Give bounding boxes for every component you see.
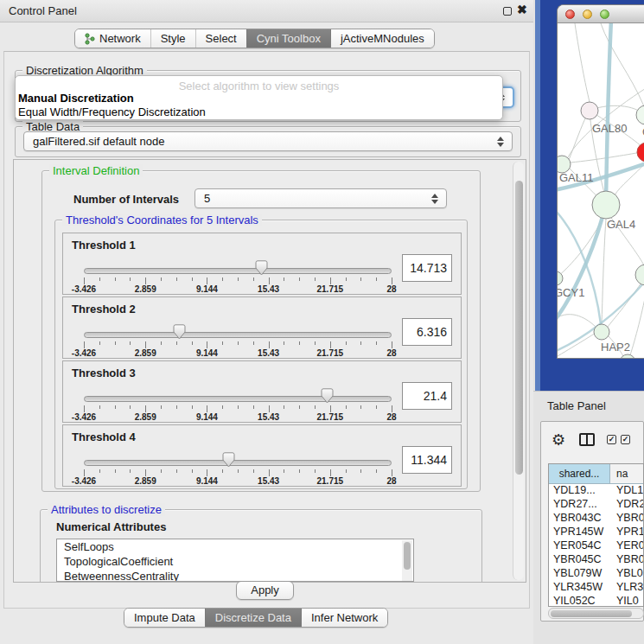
attribute-list-item[interactable]: SelfLoops <box>57 539 413 554</box>
table-row[interactable]: YPR145WYPR1 <box>549 526 643 539</box>
columns-icon[interactable] <box>579 433 595 446</box>
float-window-icon[interactable] <box>503 7 512 16</box>
network-edge[interactable] <box>558 315 596 328</box>
main-vertical-scrollbar[interactable] <box>513 162 524 580</box>
table-horizontal-scrollbar[interactable] <box>548 608 644 619</box>
network-node[interactable] <box>635 265 644 285</box>
table-row[interactable]: YIL052CYIL0 <box>549 595 643 607</box>
algorithm-dropdown-popup: Select algorithm to view settings Manual… <box>15 75 503 120</box>
network-node[interactable] <box>594 324 609 340</box>
gear-icon[interactable]: ⚙ <box>552 432 565 448</box>
table-row[interactable]: YBR045CYBR0 <box>549 553 643 567</box>
network-node[interactable] <box>558 156 571 173</box>
slider-thumb[interactable] <box>173 324 186 340</box>
major-tick <box>269 341 270 348</box>
tab-cyni-toolbox[interactable]: Cyni Toolbox <box>246 29 330 48</box>
threshold-value-field[interactable]: 21.4 <box>402 382 452 410</box>
minor-tick <box>376 469 377 473</box>
slider-track[interactable] <box>84 332 392 338</box>
table-row[interactable]: YBL079WYBL0 <box>549 567 643 581</box>
tab-network[interactable]: Network <box>75 29 150 48</box>
cell-name: YDL1 <box>610 484 643 498</box>
minor-tick <box>299 341 300 345</box>
close-traffic-light-icon[interactable] <box>565 10 575 19</box>
network-node[interactable] <box>558 271 563 285</box>
minimize-traffic-light-icon[interactable] <box>583 10 592 19</box>
thresholds-group-label: Threshold's Coordinates for 5 Intervals <box>62 214 262 226</box>
minor-tick <box>99 341 100 345</box>
interval-definition-label: Interval Definition <box>49 164 143 177</box>
minor-tick <box>376 341 377 345</box>
tab-discretize-data[interactable]: Discretize Data <box>205 609 301 627</box>
attribute-list-item[interactable]: BetweennessCentrality <box>57 569 413 582</box>
minor-tick <box>284 469 284 473</box>
number-of-intervals-combobox[interactable]: 5 <box>194 188 447 208</box>
minor-tick <box>99 277 100 281</box>
close-icon[interactable]: ✖ <box>517 3 527 16</box>
column-header-shared-name[interactable]: shared... <box>549 464 610 483</box>
network-edge[interactable] <box>569 117 586 160</box>
network-node[interactable] <box>592 191 620 219</box>
minor-tick <box>192 405 193 409</box>
slider-thumb[interactable] <box>222 452 235 468</box>
network-node[interactable] <box>636 105 644 124</box>
popup-item-equal-width-frequency[interactable]: Equal Width/Frequency Discretization <box>18 105 206 118</box>
table-row[interactable]: YDR27...YDR2 <box>549 498 643 512</box>
slider-thumb[interactable] <box>255 260 268 276</box>
slider-track[interactable] <box>84 396 392 402</box>
tab-style[interactable]: Style <box>150 29 195 48</box>
network-edge[interactable] <box>575 23 590 102</box>
tick-label: 9.144 <box>196 476 218 486</box>
threshold-value-field[interactable]: 14.713 <box>402 254 452 282</box>
table-row[interactable]: YER054CYER0 <box>549 539 643 553</box>
major-tick <box>269 277 270 284</box>
tick-label: 21.715 <box>317 348 344 358</box>
table-row[interactable]: YLR345WYLR3 <box>549 581 643 595</box>
threshold-label: Threshold 1 <box>72 239 136 252</box>
minor-tick <box>176 469 177 473</box>
network-edge[interactable] <box>602 219 606 324</box>
numerical-attributes-list[interactable]: SelfLoopsTopologicalCoefficientBetweenne… <box>56 539 414 582</box>
network-node[interactable] <box>581 102 598 119</box>
tab-impute-data[interactable]: Impute Data <box>124 609 205 627</box>
slider-track[interactable] <box>84 460 392 466</box>
tab-select[interactable]: Select <box>195 29 246 48</box>
minor-tick <box>376 277 377 281</box>
node-attribute-table: shared... na YDL19...YDL1YDR27...YDR2YBR… <box>548 463 644 607</box>
minor-tick <box>360 277 361 281</box>
tab-jactivemnodules[interactable]: jActiveMNodules <box>330 29 434 48</box>
minor-tick <box>346 405 347 409</box>
checkbox-icon[interactable]: ✓ <box>607 435 616 444</box>
network-node[interactable] <box>637 143 644 162</box>
minor-tick <box>130 469 131 473</box>
apply-button[interactable]: Apply <box>236 581 294 600</box>
attributes-scrollbar[interactable] <box>402 540 412 582</box>
attribute-list-item[interactable]: TopologicalCoefficient <box>57 554 413 569</box>
network-node-label: GAL4 <box>607 218 635 231</box>
popup-item-manual-discretization[interactable]: Manual Discretization <box>18 92 134 105</box>
network-edge[interactable] <box>608 283 641 327</box>
table-row[interactable]: YBR043CYBR0 <box>549 512 643 526</box>
minor-tick <box>130 405 131 409</box>
table-header-row: shared... na <box>549 464 643 484</box>
table-data-combobox[interactable]: galFiltered.sif default node <box>23 131 513 151</box>
table-row[interactable]: YDL19...YDL1 <box>549 484 643 498</box>
zoom-traffic-light-icon[interactable] <box>600 10 609 19</box>
column-header-name[interactable]: na <box>610 464 643 483</box>
network-view-window: GAL80GACGAL11GAL4GCY1HHAP2 <box>557 4 644 359</box>
cell-shared-name: YBR043C <box>549 512 610 526</box>
slider-thumb[interactable] <box>321 388 334 404</box>
checkbox-icon[interactable]: ✓ <box>621 435 630 444</box>
network-canvas[interactable]: GAL80GACGAL11GAL4GCY1HHAP2 <box>558 23 644 359</box>
tab-label: Style <box>161 32 186 45</box>
threshold-value-field[interactable]: 11.344 <box>402 446 452 474</box>
threshold-value-field[interactable]: 6.316 <box>402 318 452 346</box>
network-edge[interactable] <box>558 333 596 356</box>
minor-tick <box>115 277 116 281</box>
tab-infer-network[interactable]: Infer Network <box>301 609 387 627</box>
slider-track[interactable] <box>84 268 392 274</box>
network-node-label: GAL11 <box>559 171 594 184</box>
network-window-titlebar[interactable] <box>558 5 644 23</box>
network-node-label: GCY1 <box>558 286 584 299</box>
cell-name: YDR2 <box>610 498 643 512</box>
